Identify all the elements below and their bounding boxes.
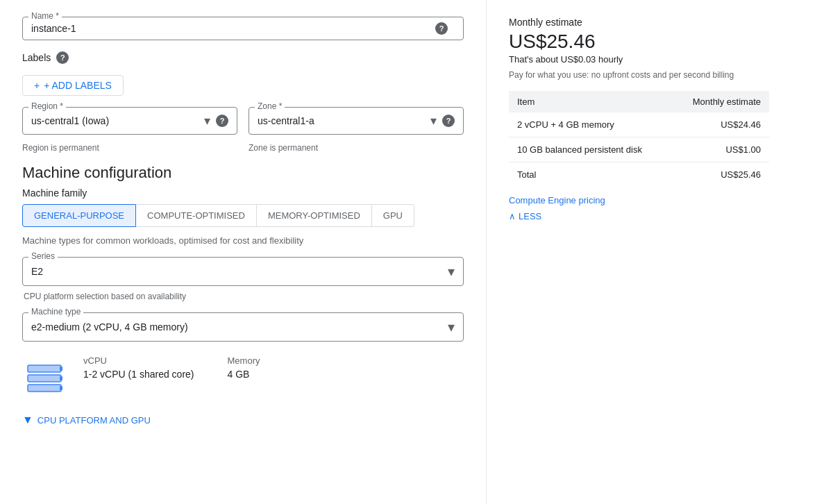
expander-chevron-icon: ▼	[22, 414, 33, 426]
less-label: LESS	[519, 211, 541, 221]
price-table-header-item: Item	[509, 91, 671, 112]
name-help-icon[interactable]: ?	[435, 22, 448, 35]
price-item-disk: 10 GB balanced persistent disk	[509, 137, 671, 162]
region-select[interactable]: us-central1 (Iowa) us-east1 (South Carol…	[31, 115, 204, 126]
price-row-disk: 10 GB balanced persistent disk US$1.00	[509, 137, 769, 162]
price-estimate-total: US$25.46	[671, 162, 769, 187]
price-item-total: Total	[509, 162, 671, 187]
price-table: Item Monthly estimate 2 vCPU + 4 GB memo…	[509, 91, 769, 187]
price-estimate-vcpu: US$24.46	[671, 112, 769, 137]
price-table-header-estimate: Monthly estimate	[671, 91, 769, 112]
memory-header: Memory	[228, 355, 260, 366]
tab-gpu[interactable]: GPU	[372, 204, 414, 227]
svg-rect-4	[60, 376, 62, 380]
region-permanent-note: Region is permanent	[22, 143, 237, 153]
region-help-icon[interactable]: ?	[216, 115, 228, 127]
name-input[interactable]	[31, 23, 455, 34]
machine-family-label: Machine family	[22, 187, 464, 199]
svg-rect-1	[28, 375, 61, 382]
machine-family-tabs: GENERAL-PURPOSE COMPUTE-OPTIMISED MEMORY…	[22, 204, 464, 227]
billing-note: Pay for what you use: no upfront costs a…	[509, 70, 769, 80]
name-field-wrapper: Name * ?	[22, 17, 464, 40]
vcpu-value: 1-2 vCPU (1 shared core)	[83, 369, 194, 380]
zone-help-icon[interactable]: ?	[442, 115, 455, 127]
price-estimate-disk: US$1.00	[671, 137, 769, 162]
svg-rect-2	[28, 365, 61, 372]
machine-specs-details: vCPU 1-2 vCPU (1 shared core) Memory 4 G…	[83, 355, 260, 380]
region-dropdown-icon: ▾	[204, 113, 210, 128]
machine-type-select[interactable]: e2-medium (2 vCPU, 4 GB memory) e2-micro…	[23, 313, 463, 341]
zone-field-wrapper: Zone * us-central1-a us-central1-b us-ce…	[249, 107, 464, 135]
machine-type-dropdown-wrapper: Machine type e2-medium (2 vCPU, 4 GB mem…	[22, 312, 464, 342]
cpu-platform-expander[interactable]: ▼ CPU PLATFORM AND GPU	[22, 414, 464, 426]
region-zone-row: Region * us-central1 (Iowa) us-east1 (So…	[22, 107, 464, 135]
machine-type-label: Machine type	[28, 307, 83, 317]
svg-rect-3	[60, 367, 62, 371]
zone-permanent-note: Zone is permanent	[249, 143, 464, 153]
memory-value: 4 GB	[228, 369, 260, 380]
labels-title: Labels	[22, 52, 51, 63]
hourly-note: That's about US$0.03 hourly	[509, 54, 769, 65]
price-item-vcpu: 2 vCPU + 4 GB memory	[509, 112, 671, 137]
series-dropdown-wrapper: Series E2 N1 N2 N2D ▾	[22, 257, 464, 286]
machine-family-desc: Machine types for common workloads, opti…	[22, 235, 464, 246]
machine-config-title: Machine configuration	[22, 164, 464, 182]
tab-general-purpose[interactable]: GENERAL-PURPOSE	[22, 204, 136, 227]
expander-label: CPU PLATFORM AND GPU	[37, 415, 151, 426]
less-chevron-icon: ∧	[509, 211, 516, 221]
monthly-price: US$25.46	[509, 31, 769, 53]
svg-rect-0	[28, 385, 61, 392]
series-select[interactable]: E2 N1 N2 N2D	[23, 258, 463, 285]
memory-spec: Memory 4 GB	[228, 355, 260, 380]
pricing-panel: Monthly estimate US$25.46 That's about U…	[486, 0, 791, 504]
monthly-estimate-title: Monthly estimate	[509, 17, 769, 28]
less-expander[interactable]: ∧ LESS	[509, 211, 769, 221]
main-form: Name * ? Labels ? + + ADD LABELS Region …	[0, 0, 486, 504]
series-label: Series	[28, 251, 58, 261]
vcpu-spec: vCPU 1-2 vCPU (1 shared core)	[83, 355, 194, 380]
price-row-total: Total US$25.46	[509, 162, 769, 187]
region-field-wrapper: Region * us-central1 (Iowa) us-east1 (So…	[22, 107, 237, 135]
zone-select[interactable]: us-central1-a us-central1-b us-central1-…	[258, 115, 430, 126]
add-labels-button[interactable]: + + ADD LABELS	[22, 75, 124, 96]
name-field-label: Name *	[28, 11, 62, 21]
labels-row: Labels ?	[22, 51, 464, 64]
svg-rect-5	[60, 386, 62, 390]
zone-label: Zone *	[255, 101, 285, 111]
zone-dropdown-icon: ▾	[430, 113, 437, 128]
machine-type-icon	[22, 355, 67, 400]
vcpu-header: vCPU	[83, 355, 194, 366]
compute-engine-pricing-link[interactable]: Compute Engine pricing	[509, 195, 769, 205]
add-labels-plus: +	[34, 80, 40, 91]
tab-compute-optimised[interactable]: COMPUTE-OPTIMISED	[136, 204, 257, 227]
labels-help-icon[interactable]: ?	[56, 51, 69, 64]
add-labels-text: + ADD LABELS	[44, 80, 112, 91]
series-helper-text: CPU platform selection based on availabi…	[22, 292, 464, 301]
tab-memory-optimised[interactable]: MEMORY-OPTIMISED	[257, 204, 372, 227]
machine-specs-card: vCPU 1-2 vCPU (1 shared core) Memory 4 G…	[22, 347, 464, 408]
region-label: Region *	[28, 101, 66, 111]
price-row-vcpu: 2 vCPU + 4 GB memory US$24.46	[509, 112, 769, 137]
